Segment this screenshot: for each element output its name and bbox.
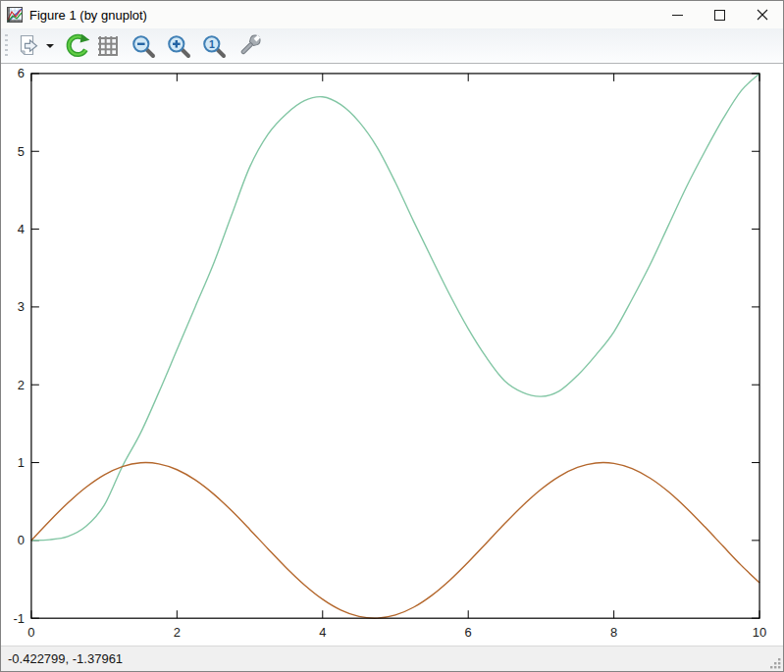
y-tick-label: 4 (18, 222, 25, 236)
gnuplot-figure-window: Figure 1 (by gnuplot) (0, 0, 784, 672)
maximize-button[interactable] (699, 1, 741, 28)
y-tick-label: 3 (18, 299, 25, 314)
caret-down-icon (46, 44, 54, 48)
magnifier-one-glyph: 1 (208, 37, 214, 49)
wrench-icon (236, 33, 262, 59)
x-tick-label: 8 (610, 625, 617, 640)
y-tick-label: 6 (18, 66, 25, 80)
gnuplot-app-icon[interactable] (7, 7, 23, 23)
toolbar: 1 (1, 28, 783, 64)
window-title: Figure 1 (by gnuplot) (29, 8, 147, 23)
y-tick-label: 0 (18, 533, 25, 547)
plot-canvas[interactable]: 0246810-10123456 (1, 64, 783, 646)
titlebar: Figure 1 (by gnuplot) (1, 1, 783, 28)
toolbar-gripper[interactable] (5, 34, 8, 58)
plot-area[interactable]: 0246810-10123456 (1, 64, 783, 646)
grid-button[interactable] (93, 31, 122, 61)
export-options-button[interactable] (43, 31, 56, 61)
settings-button[interactable] (235, 31, 263, 61)
grid-icon (96, 34, 120, 58)
maximize-icon (714, 10, 725, 21)
minimize-icon (672, 15, 683, 16)
close-icon (757, 9, 768, 21)
x-tick-label: 10 (753, 625, 766, 640)
magnifier-minus-icon (131, 33, 156, 59)
plot-border (31, 74, 759, 618)
resize-grip[interactable] (768, 656, 781, 669)
zoom-out-button[interactable] (129, 31, 157, 61)
y-tick-label: 1 (18, 455, 25, 470)
x-tick-label: 6 (465, 625, 472, 640)
y-tick-label: 5 (18, 144, 25, 159)
window-controls (656, 1, 783, 28)
zoom-in-button[interactable] (164, 31, 192, 61)
export-button[interactable] (13, 31, 41, 61)
statusbar: -0.422799, -1.37961 (1, 646, 783, 671)
close-button[interactable] (741, 1, 783, 28)
zoom-reset-button[interactable]: 1 (199, 31, 228, 61)
curve-smooth-curve (31, 74, 759, 541)
y-tick-label: -1 (13, 611, 25, 626)
magnifier-plus-icon (166, 33, 191, 59)
page-export-icon (15, 33, 40, 59)
y-tick-label: 2 (18, 378, 25, 392)
minimize-button[interactable] (656, 1, 699, 28)
x-tick-label: 0 (27, 625, 34, 640)
refresh-icon (65, 33, 90, 59)
cursor-coordinates: -0.422799, -1.37961 (8, 651, 123, 666)
replot-button[interactable] (63, 31, 91, 61)
x-tick-label: 4 (319, 625, 326, 640)
curve-sin(x) (31, 463, 759, 619)
x-tick-label: 2 (174, 625, 181, 640)
magnifier-one-icon: 1 (201, 33, 227, 59)
